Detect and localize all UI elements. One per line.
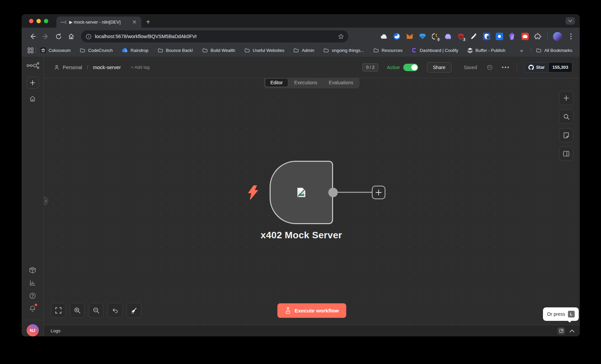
bookmark-folder-admin[interactable]: Admin	[293, 48, 314, 53]
sidebar-templates-button[interactable]	[29, 266, 37, 274]
view-tabs: Editor Executions Evaluations	[264, 78, 359, 88]
bookmark-folder-codecrunch[interactable]: CodeCrunch	[80, 48, 113, 53]
spark-extension-icon[interactable]: 0	[431, 32, 439, 41]
phantom-extension-icon[interactable]	[444, 32, 452, 41]
node-label[interactable]: x402 Mock Server	[234, 230, 369, 241]
fit-view-button[interactable]	[51, 303, 66, 318]
breadcrumb-project[interactable]: Personal	[63, 65, 82, 70]
undo-button[interactable]	[108, 303, 122, 318]
brain-extension-icon[interactable]	[521, 32, 529, 41]
tab-executions[interactable]: Executions	[289, 78, 323, 87]
profile-avatar[interactable]	[553, 32, 562, 41]
obsidian-extension-icon[interactable]	[508, 32, 516, 41]
sidebar-help-button[interactable]	[29, 292, 37, 300]
all-bookmarks-button[interactable]: All Bookmarks	[536, 48, 572, 53]
bookmark-folder-useful-websites[interactable]: Useful Websites	[244, 48, 284, 53]
sidebar-insights-button[interactable]	[29, 279, 37, 287]
header-actions: 0 / 2 Active Share Saved ••• Star	[362, 62, 572, 72]
node-output-port[interactable]	[328, 188, 338, 197]
metamask-extension-icon[interactable]	[405, 32, 414, 41]
bookmark-folder-resources[interactable]: Resources	[373, 48, 403, 53]
logs-title[interactable]: Logs	[51, 328, 60, 333]
bitwarden-extension-icon[interactable]	[482, 32, 491, 41]
toggle-panel-button[interactable]	[559, 147, 573, 161]
saved-status: Saved	[464, 65, 477, 70]
reload-button[interactable]	[53, 31, 63, 41]
bookmark-folder-build-wealth[interactable]: Build Wealth	[202, 48, 235, 53]
tab-search-button[interactable]	[566, 17, 575, 25]
workflow-canvas[interactable]: Editor Executions Evaluations ›	[44, 78, 580, 325]
add-node-panel-button[interactable]	[559, 91, 573, 105]
bookmark-raindrop[interactable]: Raindrop	[122, 48, 148, 53]
home-icon	[68, 33, 75, 40]
flask-icon	[285, 307, 291, 314]
notification-dot	[35, 304, 37, 306]
zoom-out-button[interactable]	[89, 303, 104, 318]
tooltip-text: Or press	[547, 311, 565, 317]
bookmark-coolify[interactable]: Dashboard | Coolify	[412, 48, 458, 53]
sidebar-updates-button[interactable]	[29, 304, 37, 312]
bookmark-star-icon[interactable]	[338, 33, 344, 40]
address-bar[interactable]: localhost:5678/workflow/BQVSM5BaDdAk0FVr	[81, 30, 348, 42]
user-avatar[interactable]: NJ	[27, 324, 39, 336]
home-button[interactable]	[66, 31, 76, 41]
tab-close-icon[interactable]: ✕	[131, 19, 138, 25]
history-button[interactable]	[487, 64, 493, 70]
logs-popout-button[interactable]	[557, 327, 565, 335]
add-tag-button[interactable]: + Add tag	[131, 65, 149, 70]
back-button[interactable]	[28, 31, 38, 41]
kebab-menu-icon	[570, 33, 572, 39]
buffer-layers-icon	[467, 48, 473, 53]
forward-button[interactable]	[40, 31, 51, 41]
close-window-button[interactable]	[29, 19, 33, 23]
add-node-button[interactable]	[372, 186, 385, 199]
shield-extension-icon[interactable]: 3	[457, 32, 465, 41]
browser-tab[interactable]: ▶ mock-server - n8n[DEV] ✕	[56, 17, 141, 28]
bookmark-colosseum[interactable]: Colosseum	[40, 48, 71, 53]
eyedropper-extension-icon[interactable]	[469, 32, 478, 41]
zoom-window-button[interactable]	[44, 19, 48, 23]
logs-bar[interactable]: Logs	[44, 325, 580, 336]
github-star-widget[interactable]: Star 155,303	[524, 62, 572, 72]
new-tab-button[interactable]: +	[146, 19, 150, 25]
gem-extension-icon[interactable]	[418, 32, 427, 41]
tab-strip: ▶ mock-server - n8n[DEV] ✕ +	[22, 14, 580, 28]
vpn-extension-icon[interactable]	[392, 32, 401, 41]
execute-workflow-button[interactable]: Execute workflow	[277, 303, 346, 318]
sticky-note-button[interactable]	[559, 128, 573, 142]
tab-evaluations[interactable]: Evaluations	[323, 78, 358, 87]
extensions-puzzle-icon[interactable]	[534, 32, 542, 41]
raindrop-icon	[122, 48, 128, 53]
bookmarks-divider	[531, 47, 531, 53]
cloud-extension-icon[interactable]	[380, 32, 388, 41]
bookmark-folder-ongoing-things[interactable]: ongoing things...	[323, 48, 364, 53]
spark-extension-badge: 0	[436, 37, 441, 42]
sidebar-collapse-handle[interactable]: ›	[44, 196, 48, 205]
chevron-down-icon	[568, 20, 572, 22]
github-star-button[interactable]: Star	[525, 63, 548, 72]
workflow-node[interactable]	[270, 161, 333, 224]
apps-grid-icon[interactable]	[28, 48, 33, 53]
bookmark-folder-bounce-back[interactable]: Bounce Back!	[158, 48, 193, 53]
bookmarks-overflow-button[interactable]: »	[520, 48, 523, 53]
share-button[interactable]: Share	[427, 62, 452, 72]
chevron-up-icon[interactable]	[570, 329, 574, 332]
folder-icon	[323, 48, 329, 53]
bookmark-buffer[interactable]: Buffer - Publish	[467, 48, 506, 53]
zoom-in-button[interactable]	[70, 303, 85, 318]
workflow-name[interactable]: mock-server	[93, 64, 121, 70]
active-label: Active	[387, 65, 400, 70]
sidebar-home-button[interactable]	[29, 95, 37, 103]
active-toggle[interactable]	[403, 64, 418, 71]
minimize-window-button[interactable]	[36, 19, 41, 23]
github-star-count[interactable]: 155,303	[548, 63, 572, 72]
site-info-icon[interactable]	[86, 34, 91, 39]
search-nodes-button[interactable]	[559, 110, 573, 124]
plus-icon	[375, 189, 382, 196]
tidy-up-button[interactable]	[127, 303, 141, 318]
bookmarks-bar: Colosseum CodeCrunch Raindrop Bounce Bac…	[22, 45, 580, 57]
browser-menu-button[interactable]	[567, 32, 575, 41]
tab-editor[interactable]: Editor	[265, 78, 288, 87]
add-workflow-button[interactable]	[27, 77, 39, 89]
recorder-extension-icon[interactable]	[495, 32, 503, 41]
